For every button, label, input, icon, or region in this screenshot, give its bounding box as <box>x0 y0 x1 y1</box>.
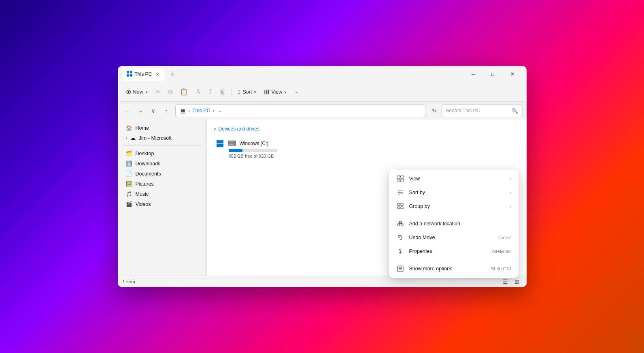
context-menu-view[interactable]: View › <box>391 172 516 186</box>
show-more-shortcut: Shift+F10 <box>491 266 511 271</box>
cut-icon: ✂ <box>155 88 161 96</box>
documents-icon: 📄 <box>126 171 132 177</box>
back-button[interactable]: ← <box>122 105 133 116</box>
svg-rect-10 <box>397 179 400 182</box>
address-pc-icon: 💻 <box>180 108 186 114</box>
more-button[interactable]: ··· <box>291 85 302 99</box>
videos-icon: 🎬 <box>126 201 132 207</box>
svg-rect-7 <box>229 141 233 142</box>
grid-view-button[interactable]: ⊞ <box>512 277 522 287</box>
view-toggle-icons: ☰ ⊞ <box>501 277 522 287</box>
downloads-icon: ⬇️ <box>126 160 132 167</box>
context-menu-divider-2 <box>391 260 516 260</box>
sidebar-item-music[interactable]: 🎵 Music 📌 <box>119 189 205 199</box>
toolbar-separator <box>232 88 232 96</box>
drive-c-item[interactable]: Windows (C:) 652 GB free of 920 GB <box>213 137 278 162</box>
share-icon: ⤴ <box>209 88 212 96</box>
close-button[interactable]: ✕ <box>503 68 522 81</box>
props-shortcut: Alt+Enter <box>492 249 511 254</box>
sidebar-item-documents[interactable]: 📄 Documents 📌 <box>119 169 205 179</box>
paste-button[interactable]: 📋 <box>176 85 191 99</box>
item-count: 1 item <box>123 279 135 284</box>
sidebar-item-cloud[interactable]: › ☁ Jim - Microsoft <box>119 133 205 143</box>
up-button[interactable]: ↑ <box>161 105 172 116</box>
home-icon: 🏠 <box>126 125 132 131</box>
address-crumb-chevron: › <box>213 109 214 113</box>
rename-button[interactable]: Ａ <box>192 85 205 99</box>
copy-button[interactable]: ⧉ <box>165 85 176 99</box>
tab-label: This PC <box>135 71 152 77</box>
music-label: Music <box>136 191 149 197</box>
svg-line-24 <box>400 223 402 224</box>
dropdown-button[interactable]: ∨ <box>148 105 159 116</box>
context-menu-props-label: Properties <box>409 248 487 254</box>
new-button[interactable]: ⊕ New ∨ <box>123 85 151 99</box>
cut-button[interactable]: ✂ <box>152 85 164 99</box>
new-chevron: ∨ <box>145 90 148 94</box>
share-button[interactable]: ⤴ <box>206 85 215 99</box>
svg-rect-2 <box>127 74 129 77</box>
delete-button[interactable]: 🗑 <box>216 85 229 99</box>
context-menu-undo-move[interactable]: Undo Move Ctrl+Z <box>391 231 516 244</box>
context-menu-group-by[interactable]: Group by › <box>391 199 516 213</box>
address-crumb-label: This PC <box>192 108 210 113</box>
sidebar: 🏠 Home › ☁ Jim - Microsoft 🗂️ Desktop 📌 … <box>118 120 207 276</box>
section-label-text: Devices and drives <box>219 126 259 132</box>
expand-icon: › <box>126 136 127 140</box>
address-expand-button[interactable]: ⌄ <box>218 108 222 113</box>
navigation-bar: ← → ∨ ↑ 💻 › This PC › ⌄ ↻ Search This PC… <box>118 102 527 120</box>
music-icon: 🎵 <box>126 191 132 197</box>
drive-progress-fill <box>229 149 243 152</box>
context-menu-sort-by[interactable]: Sort by › <box>391 186 516 199</box>
forward-button[interactable]: → <box>135 105 146 116</box>
address-bar[interactable]: 💻 › This PC › ⌄ <box>175 104 425 117</box>
view-label: View <box>271 89 282 95</box>
context-menu-add-network[interactable]: Add a network location <box>391 217 516 231</box>
sort-chevron: ∨ <box>254 90 257 94</box>
new-tab-button[interactable]: + <box>166 68 178 80</box>
refresh-button[interactable]: ↻ <box>429 105 440 116</box>
view-cm-icon <box>396 175 404 182</box>
minimize-button[interactable]: ─ <box>464 68 483 81</box>
documents-label: Documents <box>136 171 161 177</box>
title-bar: This PC ✕ + ─ □ ✕ <box>118 66 527 82</box>
maximize-button[interactable]: □ <box>484 68 502 81</box>
windows-logo-icon <box>217 140 223 147</box>
paste-icon: 📋 <box>180 88 188 96</box>
search-label: Search This PC <box>446 108 509 113</box>
view-icon: ⊞ <box>264 88 269 96</box>
svg-rect-17 <box>397 207 400 209</box>
tab-icon <box>127 71 132 78</box>
sort-arrow-icon: › <box>510 190 511 195</box>
svg-rect-11 <box>401 179 404 182</box>
home-label: Home <box>136 125 149 131</box>
list-view-button[interactable]: ☰ <box>501 277 510 287</box>
address-crumb-this-pc[interactable]: This PC › <box>192 108 214 113</box>
sidebar-item-desktop[interactable]: 🗂️ Desktop 📌 <box>119 148 205 158</box>
svg-rect-16 <box>401 203 403 205</box>
tab-close-button[interactable]: ✕ <box>154 71 161 77</box>
sidebar-item-downloads[interactable]: ⬇️ Downloads 📌 <box>119 158 205 169</box>
show-more-cm-icon <box>396 265 404 272</box>
svg-point-6 <box>234 144 235 145</box>
sidebar-item-videos[interactable]: 🎬 Videos 📌 <box>119 199 205 209</box>
sidebar-item-pictures[interactable]: 🖼️ Pictures 📌 <box>119 179 205 189</box>
window-tab[interactable]: This PC ✕ <box>123 68 165 81</box>
view-button[interactable]: ⊞ View ∨ <box>261 85 290 99</box>
window-controls: ─ □ ✕ <box>464 68 522 81</box>
context-menu-properties[interactable]: Properties Alt+Enter <box>391 244 516 258</box>
search-bar[interactable]: Search This PC 🔍 <box>442 104 523 117</box>
more-label: ··· <box>294 89 298 95</box>
svg-rect-21 <box>399 221 401 223</box>
network-cm-icon <box>396 220 404 227</box>
sort-label: Sort <box>243 89 252 95</box>
context-menu-sort-label: Sort by <box>409 190 505 195</box>
sort-button[interactable]: ↕ Sort ∨ <box>234 85 260 99</box>
sidebar-item-home[interactable]: 🏠 Home <box>119 123 205 133</box>
desktop-icon: 🗂️ <box>126 150 132 156</box>
devices-section-header[interactable]: ∨ Devices and drives <box>213 126 520 132</box>
context-menu-show-more[interactable]: Show more options Shift+F10 <box>391 262 516 276</box>
svg-rect-9 <box>401 175 404 178</box>
drive-progress-bar <box>229 149 277 152</box>
drive-header: Windows (C:) <box>217 140 275 147</box>
